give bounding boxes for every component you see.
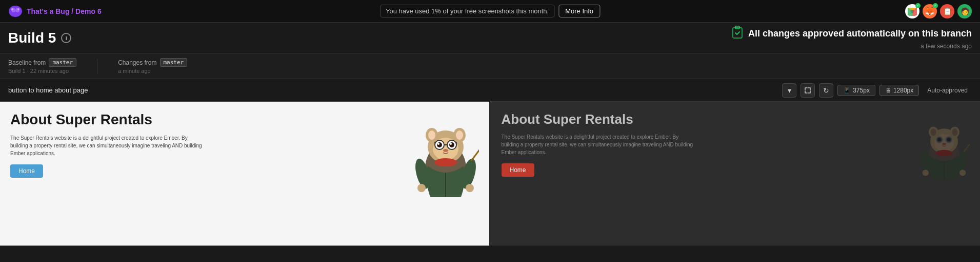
svg-rect-3 <box>11 12 19 14</box>
svg-point-43 <box>947 138 951 142</box>
home-button-left[interactable]: Home <box>10 164 43 178</box>
changes-preview: About Super Rentals The Super Rentals we… <box>491 102 981 246</box>
viewport-375-btn[interactable]: 📱 375px <box>837 85 875 96</box>
chrome-icon <box>908 7 917 16</box>
changes-sub: a minute ago <box>118 68 187 74</box>
about-page-left: About Super Rentals The Super Rentals we… <box>10 112 479 199</box>
snapshot-controls: ▾ ↻ 📱 375px 🖥 1280px Auto-approved <box>782 83 972 98</box>
phone-icon: 📱 <box>843 87 851 94</box>
hamster-svg-right <box>918 112 970 184</box>
svg-point-0 <box>9 6 22 17</box>
svg-point-46 <box>935 150 953 156</box>
nav-brand-text: That's a Bug / Demo 6 <box>27 7 102 15</box>
about-page-right: About Super Rentals The Super Rentals we… <box>502 112 970 184</box>
svg-point-21 <box>437 143 439 145</box>
about-desc-right: The Super Rentals website is a delightfu… <box>502 133 696 156</box>
snapshot-row: button to home about page ▾ ↻ 📱 375px 🖥 … <box>0 79 980 102</box>
svg-point-37 <box>931 128 936 136</box>
compare-bar: Baseline from master Build 1 · 22 minute… <box>0 53 980 79</box>
home-button-right[interactable]: Home <box>502 163 534 177</box>
user-icon[interactable]: 🧑 <box>957 4 972 18</box>
build-status-main: All changes approved automatically on th… <box>732 26 972 42</box>
about-title-left: About Super Rentals <box>10 112 402 128</box>
screenshot-icon[interactable]: 📋 <box>940 4 954 18</box>
dropdown-btn[interactable]: ▾ <box>782 83 796 98</box>
nav-logo[interactable]: That's a Bug / Demo 6 <box>8 4 102 18</box>
changes-branch-badge[interactable]: master <box>160 58 188 67</box>
hamster-mascot-right <box>918 112 970 184</box>
build-status-right: All changes approved automatically on th… <box>732 26 972 50</box>
about-desc-left: The Super Rentals website is a delightfu… <box>10 134 205 157</box>
firefox-check-badge: ✓ <box>933 3 938 8</box>
hamster-svg-left <box>412 112 479 199</box>
svg-point-50 <box>923 170 929 176</box>
svg-point-45 <box>942 143 946 145</box>
baseline-branch-badge[interactable]: master <box>49 58 76 67</box>
firefox-icon[interactable]: 🦊 ✓ <box>923 4 937 18</box>
svg-rect-8 <box>733 28 742 38</box>
svg-point-38 <box>952 128 957 136</box>
expand-icon <box>804 87 811 94</box>
svg-point-5 <box>17 8 19 10</box>
build-status-text: All changes approved automatically on th… <box>748 28 972 39</box>
preview-area: About Super Rentals The Super Rentals we… <box>0 102 980 246</box>
snapshot-name: button to home about page <box>8 86 88 94</box>
more-info-button[interactable]: More Info <box>558 5 600 17</box>
baseline-label: Baseline from master <box>8 58 76 67</box>
about-text-left: About Super Rentals The Super Rentals we… <box>10 112 412 178</box>
svg-line-30 <box>471 140 479 161</box>
changes-section: Changes from master a minute ago <box>118 58 187 74</box>
banner: You have used 1% of your free screenshot… <box>380 5 600 17</box>
svg-point-27 <box>434 158 457 166</box>
compare-divider <box>97 59 97 74</box>
hamster-mascot-left <box>412 112 479 199</box>
auto-approved-badge: Auto-approved <box>923 86 972 95</box>
changes-label: Changes from master <box>118 58 187 67</box>
build-info-icon[interactable]: i <box>61 33 71 43</box>
build-status-time: a few seconds ago <box>921 43 972 50</box>
svg-point-14 <box>428 130 435 140</box>
about-title-right: About Super Rentals <box>502 112 909 127</box>
svg-line-49 <box>964 136 970 152</box>
svg-point-51 <box>959 170 966 176</box>
svg-point-19 <box>437 142 442 147</box>
svg-point-15 <box>456 130 463 140</box>
build-title-text: Build 5 <box>8 30 56 46</box>
refresh-btn[interactable]: ↻ <box>819 83 833 98</box>
baseline-preview: About Super Rentals The Super Rentals we… <box>0 102 491 246</box>
svg-point-4 <box>11 8 13 10</box>
top-nav: That's a Bug / Demo 6 You have used 1% o… <box>0 0 980 23</box>
svg-point-31 <box>417 184 426 192</box>
about-text-right: About Super Rentals The Super Rentals we… <box>502 112 919 177</box>
svg-point-26 <box>443 149 448 152</box>
viewport-1280-btn[interactable]: 🖥 1280px <box>879 85 919 96</box>
clipboard-checkmark-icon <box>732 26 743 39</box>
chrome-browser-icon[interactable]: ✓ <box>905 4 919 18</box>
svg-point-20 <box>449 142 454 147</box>
build-title: Build 5 i <box>8 30 71 46</box>
baseline-section: Baseline from master Build 1 · 22 minute… <box>8 58 76 74</box>
banner-text: You have used 1% of your free screenshot… <box>380 5 554 17</box>
svg-point-22 <box>450 143 452 145</box>
svg-point-42 <box>937 138 942 142</box>
nav-right-icons: ✓ 🦊 ✓ 📋 🧑 <box>905 4 972 18</box>
desktop-icon: 🖥 <box>885 87 891 94</box>
chrome-check-badge: ✓ <box>915 3 921 8</box>
clipboard-green-icon <box>732 26 743 42</box>
baseline-sub: Build 1 · 22 minutes ago <box>8 68 76 74</box>
build-header: Build 5 i All changes approved automatic… <box>0 23 980 53</box>
brain-icon <box>8 4 23 18</box>
expand-btn[interactable] <box>801 83 815 98</box>
svg-point-32 <box>466 184 474 192</box>
